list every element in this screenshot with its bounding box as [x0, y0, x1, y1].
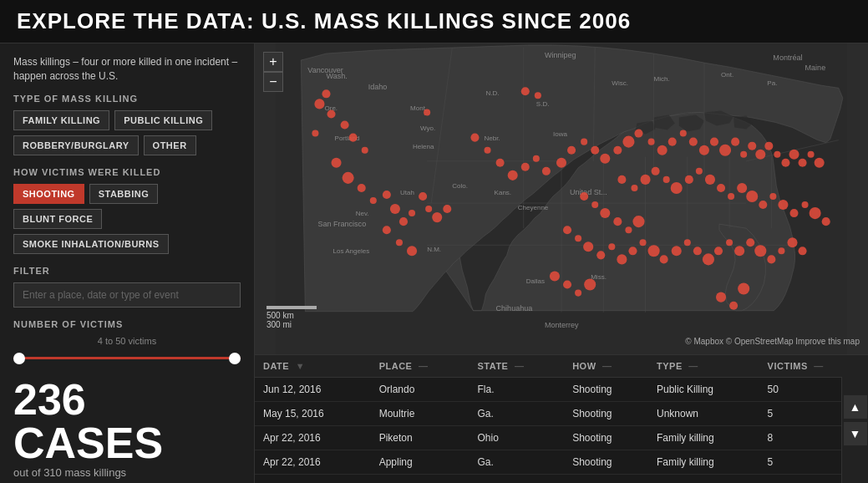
svg-point-148: [767, 255, 775, 263]
svg-point-150: [787, 237, 797, 247]
svg-point-104: [631, 185, 637, 191]
map-attribution: © Mapbox © OpenStreetMap Improve this ma…: [685, 337, 860, 346]
svg-point-66: [424, 109, 430, 115]
robbery-burglary-btn[interactable]: ROBBERY/BURGLARY: [13, 135, 139, 155]
svg-point-63: [419, 192, 427, 201]
filter-input[interactable]: [13, 282, 241, 308]
blunt-force-btn[interactable]: BLUNT FORCE: [13, 209, 102, 229]
svg-point-70: [485, 147, 491, 154]
svg-point-73: [521, 163, 530, 171]
svg-text:Miss.: Miss.: [591, 273, 607, 281]
col-date[interactable]: DATE ▼: [255, 355, 371, 378]
svg-point-135: [628, 247, 637, 255]
svg-point-122: [822, 217, 830, 226]
scroll-up-arrow[interactable]: ▲: [844, 395, 867, 419]
svg-point-85: [657, 145, 667, 155]
cell-date: Apr 22, 2016: [255, 426, 371, 450]
svg-text:Cheyenne: Cheyenne: [518, 204, 549, 211]
cases-number: 236 CASES: [13, 378, 241, 465]
scroll-down-arrow[interactable]: ▼: [844, 422, 867, 445]
svg-point-49: [314, 99, 324, 109]
svg-text:Colo.: Colo.: [452, 182, 468, 190]
svg-point-97: [774, 151, 780, 158]
cell-date: Apr 22, 2016: [255, 450, 371, 475]
zoom-out-button[interactable]: −: [263, 72, 283, 92]
svg-point-69: [470, 134, 479, 142]
victims-section-label: NUMBER OF VICTIMS: [13, 319, 241, 329]
svg-point-60: [390, 204, 400, 214]
svg-text:Mich.: Mich.: [654, 75, 670, 83]
table-row: Jun 12, 2016OrlandoFla.ShootingPublic Ki…: [255, 378, 868, 402]
cell-how: Shooting: [564, 450, 648, 475]
svg-point-57: [358, 184, 366, 192]
svg-text:United St...: United St...: [570, 188, 607, 196]
svg-point-79: [591, 146, 599, 155]
svg-point-154: [738, 283, 749, 295]
cell-how: Shooting: [564, 378, 648, 402]
svg-point-116: [759, 201, 767, 209]
svg-point-155: [550, 271, 560, 281]
table-body: Jun 12, 2016OrlandoFla.ShootingPublic Ki…: [255, 378, 868, 475]
svg-point-76: [556, 158, 566, 168]
svg-point-124: [591, 201, 598, 208]
svg-point-153: [729, 302, 738, 310]
other-btn[interactable]: OTHER: [144, 135, 196, 155]
svg-point-98: [781, 159, 789, 167]
svg-point-51: [341, 120, 349, 129]
cell-type: Family killing: [648, 450, 759, 475]
svg-point-111: [705, 175, 715, 185]
svg-point-137: [648, 245, 660, 257]
scale-mi: 300 mi: [266, 320, 317, 329]
type-section-label: TYPE OF MASS KILLING: [13, 94, 241, 104]
stabbing-btn[interactable]: STABBING: [89, 184, 159, 204]
shooting-btn[interactable]: SHOOTING: [13, 184, 84, 204]
svg-text:Los Angeles: Los Angeles: [333, 247, 370, 255]
svg-point-72: [508, 170, 518, 180]
svg-point-102: [815, 158, 825, 168]
cell-date: May 15, 2016: [255, 402, 371, 426]
col-state[interactable]: STATE —: [470, 355, 565, 378]
col-place[interactable]: PLACE —: [371, 355, 470, 378]
table-row: Apr 22, 2016ApplingGa.ShootingFamily kil…: [255, 450, 868, 475]
col-victims[interactable]: VICTIMS —: [759, 355, 868, 378]
svg-point-88: [689, 138, 698, 146]
svg-text:Ont.: Ont.: [721, 71, 733, 79]
svg-text:Monterrey: Monterrey: [545, 321, 579, 329]
svg-point-112: [717, 184, 725, 192]
smoke-inhalation-btn[interactable]: SMOKE INHALATION/BURNS: [13, 234, 169, 254]
svg-point-96: [764, 142, 773, 150]
cell-how: Shooting: [564, 402, 648, 426]
cases-display: 236 CASES out of 310 mass killings: [13, 378, 241, 479]
svg-point-162: [443, 205, 451, 213]
svg-point-106: [652, 167, 660, 175]
cell-type: Public Killing: [648, 378, 759, 402]
svg-text:Pa.: Pa.: [767, 79, 777, 87]
zoom-in-button[interactable]: +: [263, 52, 283, 72]
svg-point-84: [648, 139, 655, 145]
svg-point-62: [409, 210, 415, 216]
family-killing-btn[interactable]: FAMILY KILLING: [13, 110, 109, 130]
svg-point-161: [407, 246, 417, 256]
svg-point-119: [789, 209, 798, 217]
svg-point-94: [748, 142, 756, 150]
cases-label: out of 310 mass killings: [13, 466, 241, 479]
svg-point-141: [693, 247, 702, 255]
svg-point-99: [789, 150, 799, 160]
col-type[interactable]: TYPE —: [648, 355, 759, 378]
col-how[interactable]: HOW —: [564, 355, 648, 378]
svg-text:Kans.: Kans.: [495, 189, 512, 196]
svg-text:San Francisco: San Francisco: [317, 220, 366, 228]
svg-point-103: [617, 175, 626, 184]
svg-point-147: [754, 245, 766, 257]
cell-state: Fla.: [470, 378, 565, 402]
svg-point-101: [808, 151, 815, 158]
svg-point-108: [671, 182, 683, 194]
svg-text:N.M.: N.M.: [427, 246, 441, 253]
svg-point-92: [731, 138, 739, 146]
public-killing-btn[interactable]: PUBLIC KILLING: [114, 110, 212, 130]
svg-text:Winnipeg: Winnipeg: [545, 51, 576, 59]
svg-point-128: [632, 216, 644, 227]
svg-point-115: [746, 191, 758, 202]
svg-point-127: [625, 226, 632, 233]
svg-point-61: [399, 217, 408, 226]
